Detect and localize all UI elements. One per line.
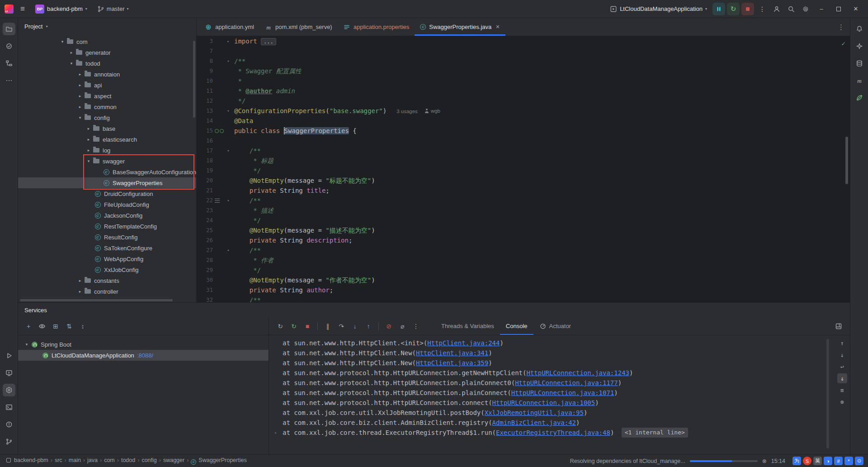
expand-all-icon[interactable]: ⇅ — [63, 320, 75, 332]
editor-tab[interactable]: mpom.xml (pbm_serve) — [259, 18, 338, 36]
code-line[interactable]: 25 @NotEmpty(message = "描述不能为空") — [197, 225, 850, 235]
chevron-right-icon[interactable]: ▸ — [85, 137, 93, 142]
fold-down-icon[interactable]: ▾ — [225, 245, 232, 255]
tab-console[interactable]: Console — [500, 317, 533, 335]
stop-icon[interactable]: ■ — [302, 320, 313, 332]
project-tree-item[interactable]: ▸common — [18, 101, 196, 112]
code-line[interactable]: 3▸import ... — [197, 36, 850, 46]
console-output[interactable]: at sun.net.www.http.HttpClient.<init>(Ht… — [269, 335, 850, 454]
float-window-icon[interactable]: ⊞ — [50, 320, 61, 332]
project-tree-item[interactable]: CFileUploadConfig — [18, 199, 196, 210]
notifications-button[interactable] — [853, 23, 866, 35]
project-hscrollbar-thumb[interactable] — [20, 299, 173, 301]
breadcrumb-item[interactable]: com — [104, 457, 115, 463]
bookmark-icon[interactable] — [215, 199, 220, 203]
code-line[interactable]: 17▾ /** — [197, 146, 850, 156]
search-everywhere-button[interactable] — [785, 3, 797, 15]
code-line[interactable]: 26 private String description; — [197, 235, 850, 245]
chevron-right-icon[interactable]: ▸ — [76, 289, 84, 294]
code-line[interactable]: 16 — [197, 136, 850, 146]
fold-down-icon[interactable]: ▾ — [225, 146, 232, 156]
editor-tab[interactable]: application.yml — [199, 18, 259, 36]
chevron-right-icon[interactable]: ▸ — [76, 83, 84, 87]
breadcrumb-item[interactable]: todod — [121, 457, 135, 463]
structure-button[interactable] — [3, 57, 15, 70]
project-tree-item[interactable]: CResultConfig — [18, 232, 196, 243]
run-config-selector[interactable]: LtCloudDataManageApplication ▾ — [606, 2, 711, 16]
progress-cancel-icon[interactable]: ⊗ — [762, 458, 767, 464]
clear-console-icon[interactable]: ⊗ — [837, 397, 847, 407]
fold-right-icon[interactable]: ▸ — [269, 428, 283, 438]
code-line[interactable]: 18 * 标题 — [197, 156, 850, 166]
code-line[interactable]: 10 * — [197, 76, 850, 86]
project-tree-item[interactable]: ▸annotaion — [18, 69, 196, 80]
project-tree-item[interactable]: ▾swagger — [18, 156, 196, 167]
project-tree-item[interactable]: CBaseSwaggerAutoConfiguration — [18, 167, 196, 177]
more-button[interactable] — [3, 74, 15, 87]
stack-frame-link[interactable]: HttpURLConnection.java:1243 — [526, 368, 629, 378]
project-button[interactable] — [3, 23, 15, 35]
project-tree-item[interactable]: ▾todod — [18, 58, 196, 69]
breadcrumb-item[interactable]: config — [142, 457, 156, 463]
project-tree-item[interactable]: ▸constants — [18, 275, 196, 286]
editor-scrollbar-thumb[interactable] — [845, 137, 848, 184]
add-service-icon[interactable]: + — [23, 320, 34, 332]
stack-frame-link[interactable]: AdminBizClient.java:42 — [492, 418, 576, 428]
stack-frame-link[interactable]: HttpURLConnection.java:1071 — [511, 388, 614, 398]
stop-button[interactable] — [741, 3, 754, 15]
editor-tab[interactable]: CSwaggerProperties.java✕ — [415, 18, 505, 36]
stack-frame-link[interactable]: XxlJobRemotingUtil.java:95 — [485, 408, 584, 418]
chevron-down-icon[interactable]: ▾ — [46, 24, 47, 29]
minimize-button[interactable]: – — [814, 2, 829, 16]
breadcrumb-item[interactable]: java — [87, 457, 98, 463]
folded-region-badge[interactable]: ... — [261, 38, 276, 45]
project-tree-item[interactable]: CDruidConfiguration — [18, 188, 196, 199]
code-line[interactable]: 30 @NotEmpty(message = "作者不能为空") — [197, 275, 850, 285]
service-port-link[interactable]: :8088/ — [137, 352, 153, 359]
project-tree-item[interactable]: ▸controller — [18, 286, 196, 297]
pause-icon[interactable]: ∥ — [322, 320, 334, 332]
project-tree-item[interactable]: ▾config — [18, 112, 196, 123]
code-line[interactable]: 29 */ — [197, 265, 850, 275]
code-line[interactable]: 28 * 作者 — [197, 255, 850, 265]
project-tree-item[interactable]: ▸aspect — [18, 91, 196, 101]
breadcrumb-item[interactable]: swagger — [163, 457, 184, 463]
project-tree-item[interactable]: CXxlJobConfig — [18, 264, 196, 275]
class-marker-icon[interactable] — [220, 129, 224, 133]
run-button[interactable] — [3, 349, 15, 362]
stack-frame-link[interactable]: HttpClient.java:359 — [416, 358, 488, 368]
services-tree-item[interactable]: LtCloudDataManageApplication:8088/ — [18, 350, 269, 361]
console-scrollbar-thumb[interactable] — [826, 339, 829, 448]
ime-half-icon[interactable]: ◑ — [824, 457, 832, 465]
step-out-icon[interactable]: ↑ — [363, 320, 374, 332]
chevron-right-icon[interactable]: ▸ — [76, 278, 84, 283]
maven-button[interactable]: m — [853, 74, 866, 87]
pause-button[interactable] — [712, 3, 725, 15]
scroll-to-end-icon[interactable]: ⇓ — [837, 373, 847, 383]
stack-frame-link[interactable]: HttpClient.java:341 — [416, 348, 488, 358]
commit-button[interactable] — [3, 40, 15, 52]
project-tree-item[interactable]: CRestTemplateConfig — [18, 221, 196, 232]
chevron-down-icon[interactable]: ▾ — [85, 159, 93, 163]
project-tree-item[interactable]: ▸log — [18, 145, 196, 156]
branch-selector[interactable]: master ▾ — [94, 2, 132, 16]
usages-inlay-hint[interactable]: 3 usages — [396, 106, 418, 116]
chevron-down-icon[interactable]: ▾ — [58, 39, 66, 44]
stack-frame-link[interactable]: ExecutorRegistryThread.java:48 — [496, 428, 610, 438]
code-line[interactable]: 23 * 描述 — [197, 205, 850, 215]
restart-icon[interactable]: ↻ — [288, 320, 300, 332]
code-line[interactable]: 15public class SwaggerProperties { — [197, 126, 850, 136]
more-icon[interactable]: ⋮ — [410, 320, 422, 332]
chevron-right-icon[interactable]: ▸ — [76, 105, 84, 109]
layout-settings-icon[interactable] — [833, 320, 844, 332]
project-scrollbar-thumb[interactable] — [193, 41, 195, 118]
more-button[interactable]: ⋮ — [756, 3, 769, 15]
breadcrumb-item[interactable]: src — [55, 457, 62, 463]
project-tree-item[interactable]: CJacksonConfig — [18, 210, 196, 221]
code-line[interactable]: 14@Data — [197, 116, 850, 126]
tab-actuator[interactable]: Actuator — [533, 317, 577, 335]
clear-icon[interactable]: ⌀ — [396, 320, 408, 332]
code-line[interactable]: 24 */ — [197, 215, 850, 225]
editor-tab[interactable]: application.properties — [338, 18, 415, 36]
project-tree-item[interactable]: CSwaggerProperties — [18, 177, 196, 188]
